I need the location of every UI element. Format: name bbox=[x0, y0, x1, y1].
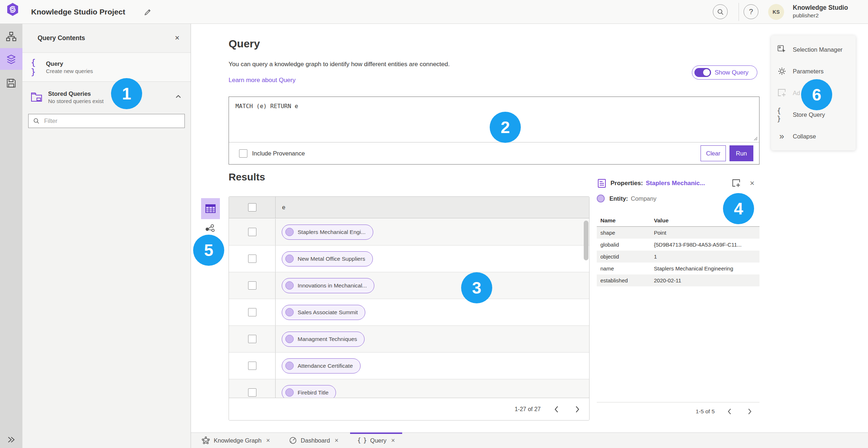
properties-prev-page-button[interactable] bbox=[724, 406, 735, 417]
row-checkbox[interactable] bbox=[248, 255, 256, 263]
tab-query-active[interactable]: { } Query × bbox=[349, 433, 404, 448]
query-page-title: Query bbox=[229, 38, 260, 50]
close-tab-icon[interactable]: × bbox=[266, 437, 270, 444]
property-row[interactable]: objectid 1 bbox=[597, 251, 760, 263]
selection-manager-button[interactable]: Selection Manager bbox=[771, 39, 856, 60]
avatar[interactable]: KS bbox=[768, 4, 784, 20]
property-row[interactable]: shape Point bbox=[597, 227, 760, 239]
stored-queries-sublabel: No stored queries exist bbox=[48, 98, 103, 104]
select-all-checkbox[interactable] bbox=[248, 203, 256, 212]
property-row[interactable]: name Staplers Mechanical Engineering bbox=[597, 263, 760, 274]
query-contents-panel: Query Contents × { } Query Create new qu… bbox=[22, 24, 191, 448]
show-query-toggle[interactable]: Show Query bbox=[692, 65, 757, 80]
chevron-right-icon bbox=[575, 406, 580, 413]
expand-rail-button[interactable] bbox=[0, 436, 22, 444]
data-model-rail-button[interactable] bbox=[0, 27, 22, 46]
annotation-circle-5: 5 bbox=[193, 235, 224, 266]
entity-pill[interactable]: Attendance Certificate bbox=[282, 358, 361, 374]
entity-pill[interactable]: New Metal Office Suppliers bbox=[282, 251, 373, 266]
clear-button[interactable]: Clear bbox=[701, 145, 726, 161]
column-header-e[interactable]: e bbox=[276, 197, 589, 218]
layers-rail-button[interactable] bbox=[0, 48, 22, 70]
user-info[interactable]: Knowledge Studio publisher2 bbox=[793, 4, 848, 19]
chevron-right-icon bbox=[748, 408, 752, 415]
braces-icon: { } bbox=[357, 437, 366, 444]
close-properties-button[interactable]: × bbox=[750, 179, 754, 188]
entity-pill[interactable]: Innovations in Mechanical... bbox=[282, 278, 374, 293]
column-header-name[interactable]: Name bbox=[597, 217, 654, 224]
row-checkbox[interactable] bbox=[248, 388, 256, 397]
entity-pill[interactable]: Sales Associate Summit bbox=[282, 305, 365, 320]
properties-entity-link[interactable]: Staplers Mechanic... bbox=[646, 180, 705, 187]
topbar-divider bbox=[739, 3, 739, 21]
run-button[interactable]: Run bbox=[729, 145, 753, 161]
scrollbar-thumb[interactable] bbox=[584, 221, 588, 260]
save-icon bbox=[6, 78, 16, 88]
property-name: established bbox=[597, 277, 654, 283]
annotation-circle-3: 3 bbox=[461, 272, 492, 303]
table-row: Innovations in Mechanical... bbox=[229, 272, 589, 299]
row-checkbox[interactable] bbox=[248, 335, 256, 343]
row-checkbox[interactable] bbox=[248, 228, 256, 236]
entity-pill[interactable]: Managment Techniques bbox=[282, 332, 365, 347]
close-contents-panel-button[interactable]: × bbox=[173, 33, 182, 43]
close-icon: × bbox=[175, 33, 180, 43]
edit-title-pencil-icon[interactable] bbox=[142, 6, 154, 18]
toggle-track[interactable] bbox=[694, 68, 711, 77]
results-prev-page-button[interactable] bbox=[551, 404, 562, 415]
entity-dot-icon bbox=[597, 195, 605, 202]
entity-dot-icon bbox=[285, 362, 294, 370]
collapse-panel-button[interactable]: » Collapse bbox=[771, 125, 856, 147]
properties-header: Properties: Staplers Mechanic... × bbox=[597, 177, 760, 189]
property-row[interactable]: established 2020-02-11 bbox=[597, 274, 760, 286]
help-button[interactable]: ? bbox=[744, 4, 758, 19]
table-row: Managment Techniques bbox=[229, 326, 589, 353]
properties-icon bbox=[597, 179, 606, 188]
properties-pagination: 1-5 of 5 bbox=[597, 402, 760, 420]
tab-knowledge-graph[interactable]: Knowledge Graph × bbox=[193, 433, 279, 448]
learn-more-link[interactable]: Learn more about Query bbox=[229, 77, 295, 84]
results-next-page-button[interactable] bbox=[572, 404, 583, 415]
annotation-circle-2: 2 bbox=[490, 112, 521, 143]
row-checkbox[interactable] bbox=[248, 308, 256, 316]
chevron-up-icon bbox=[175, 95, 181, 98]
close-tab-icon[interactable]: × bbox=[391, 437, 395, 444]
properties-next-page-button[interactable] bbox=[744, 406, 755, 417]
search-button[interactable] bbox=[713, 4, 728, 19]
dock-plus-icon bbox=[732, 179, 741, 188]
action-label: Parameters bbox=[793, 68, 824, 75]
table-view-toggle[interactable] bbox=[201, 198, 220, 219]
contents-item-query[interactable]: { } Query Create new queries bbox=[22, 53, 191, 81]
tab-dashboard[interactable]: Dashboard × bbox=[280, 433, 347, 448]
parameters-button[interactable]: Parameters bbox=[771, 60, 856, 82]
action-label: Selection Manager bbox=[793, 46, 843, 53]
save-rail-button[interactable] bbox=[0, 74, 22, 93]
collapse-section-button[interactable] bbox=[175, 95, 181, 98]
contents-panel-header: Query Contents × bbox=[22, 24, 191, 52]
query-item-label: Query bbox=[46, 60, 93, 67]
property-name: globalid bbox=[597, 242, 654, 248]
stored-queries-header[interactable]: Stored Queries No stored queries exist bbox=[22, 90, 191, 104]
row-checkbox[interactable] bbox=[248, 281, 256, 290]
property-row[interactable]: globalid {5D9B4713-F98D-4A53-A59F-C11... bbox=[597, 239, 760, 251]
divider bbox=[22, 81, 191, 82]
layers-icon bbox=[6, 54, 17, 64]
resize-handle-icon[interactable] bbox=[753, 136, 758, 141]
include-provenance-checkbox[interactable] bbox=[239, 149, 247, 158]
table-row: Attendance Certificate bbox=[229, 353, 589, 379]
row-checkbox[interactable] bbox=[248, 362, 256, 370]
filter-input[interactable] bbox=[44, 118, 167, 124]
add-to-new-window-button[interactable] bbox=[732, 179, 741, 188]
entity-pill[interactable]: Firebird Title bbox=[282, 385, 336, 398]
link-chart-icon bbox=[205, 224, 215, 234]
braces-icon: { } bbox=[777, 107, 787, 123]
annotation-circle-4: 4 bbox=[723, 193, 754, 224]
query-code-text[interactable]: MATCH (e) RETURN e bbox=[229, 97, 759, 115]
close-tab-icon[interactable]: × bbox=[335, 437, 339, 444]
entity-pill[interactable]: Staplers Mechanical Engi... bbox=[282, 225, 373, 240]
results-scrollbar[interactable] bbox=[584, 219, 588, 398]
contents-panel-title: Query Contents bbox=[38, 34, 85, 42]
link-chart-view-toggle[interactable] bbox=[203, 222, 217, 236]
user-role: publisher2 bbox=[793, 12, 848, 19]
user-name: Knowledge Studio bbox=[793, 4, 848, 12]
